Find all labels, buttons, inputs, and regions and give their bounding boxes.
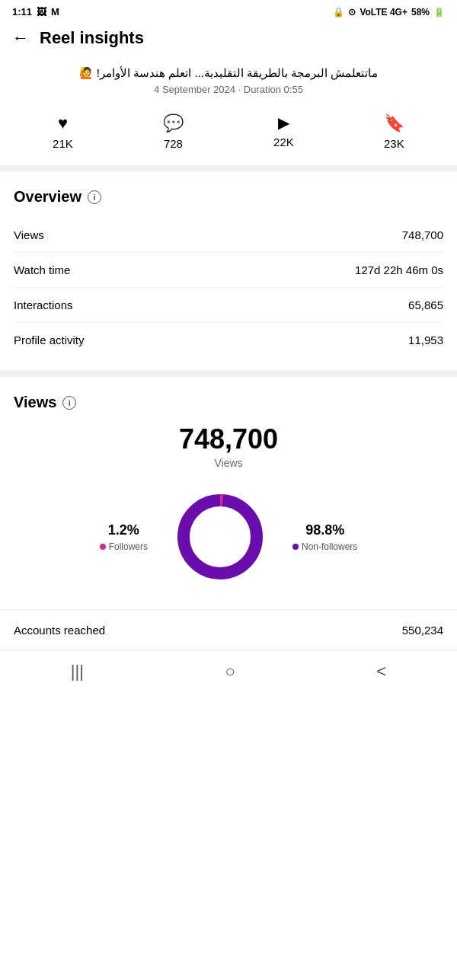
- views-section-title: Views i: [14, 394, 443, 411]
- overview-row-watchtime: Watch time 127d 22h 46m 0s: [14, 253, 443, 288]
- views-big-count: 748,700: [14, 423, 443, 455]
- status-left: 1:11 🖼 M: [12, 6, 59, 18]
- svg-point-2: [191, 508, 249, 566]
- signal-icon: VoLTE 4G+: [360, 7, 407, 18]
- battery-icon: 🔋: [433, 7, 445, 18]
- battery-pct: 58%: [411, 7, 430, 18]
- views-section: Views i 748,700 Views 1.2% Followers: [0, 377, 457, 609]
- shares-value: 22K: [273, 136, 294, 148]
- stat-saves: 🔖 23K: [384, 113, 404, 150]
- interactions-value: 65,865: [408, 298, 443, 311]
- accounts-reached-label: Accounts reached: [14, 624, 105, 637]
- header: ← Reel insights: [0, 21, 457, 57]
- views-label: Views: [14, 228, 44, 241]
- stat-likes: ♥ 21K: [53, 113, 73, 150]
- likes-value: 21K: [53, 137, 73, 150]
- saves-value: 23K: [384, 137, 404, 150]
- nonfollowers-legend: 98.8% Non-followers: [292, 522, 357, 552]
- donut-area: 1.2% Followers 98.8% Non-followers: [14, 487, 443, 586]
- stats-row: ♥ 21K 💬 728 ▶ 22K 🔖 23K: [0, 100, 457, 165]
- photo-icon: 🖼: [37, 6, 46, 18]
- reel-meta: 4 September 2024 · Duration 0:55: [12, 84, 445, 95]
- status-right: 🔒 ⊙ VoLTE 4G+ 58% 🔋: [333, 7, 445, 18]
- back-button[interactable]: ←: [12, 28, 29, 48]
- nav-back-icon[interactable]: <: [376, 662, 386, 682]
- wifi-icon: ⊙: [348, 7, 356, 18]
- nav-menu-icon[interactable]: |||: [71, 662, 84, 682]
- followers-label: Followers: [100, 541, 148, 552]
- donut-chart: [171, 487, 270, 586]
- nonfollowers-label: Non-followers: [292, 541, 357, 552]
- overview-row-interactions: Interactions 65,865: [14, 288, 443, 323]
- status-time: 1:11: [12, 6, 32, 18]
- views-big-label: Views: [14, 457, 443, 469]
- comments-value: 728: [164, 137, 183, 150]
- status-bar: 1:11 🖼 M 🔒 ⊙ VoLTE 4G+ 58% 🔋: [0, 0, 457, 21]
- stat-comments: 💬 728: [163, 113, 184, 150]
- divider-2: [0, 371, 457, 377]
- watchtime-value: 127d 22h 46m 0s: [355, 263, 443, 276]
- overview-info-icon[interactable]: i: [88, 190, 101, 204]
- nonfollowers-dot: [292, 544, 299, 550]
- reel-title-text: ماتتعلمش البرمجة بالطريقة التقليدية... ا…: [12, 65, 445, 81]
- lock-icon: 🔒: [333, 7, 344, 18]
- page-title: Reel insights: [40, 28, 144, 48]
- followers-dot: [100, 544, 106, 550]
- shares-icon: ▶: [278, 113, 289, 132]
- overview-row-profile: Profile activity 11,953: [14, 323, 443, 357]
- profile-label: Profile activity: [14, 334, 85, 346]
- nav-home-icon[interactable]: ○: [225, 662, 235, 682]
- views-info-icon[interactable]: i: [62, 396, 76, 410]
- likes-icon: ♥: [58, 113, 68, 133]
- bottom-nav: ||| ○ <: [0, 650, 457, 689]
- overview-row-views: Views 748,700: [14, 218, 443, 253]
- interactions-label: Interactions: [14, 298, 73, 311]
- overview-title: Overview i: [14, 188, 443, 206]
- saves-icon: 🔖: [384, 113, 404, 133]
- followers-legend: 1.2% Followers: [100, 522, 148, 552]
- nonfollowers-pct: 98.8%: [305, 522, 344, 538]
- followers-pct: 1.2%: [108, 522, 139, 538]
- mail-icon: M: [51, 6, 59, 18]
- reel-title-block: ماتتعلمش البرمجة بالطريقة التقليدية... ا…: [0, 57, 457, 100]
- divider-1: [0, 165, 457, 171]
- watchtime-label: Watch time: [14, 263, 70, 276]
- comments-icon: 💬: [163, 113, 184, 133]
- overview-section: Overview i Views 748,700 Watch time 127d…: [0, 171, 457, 371]
- accounts-reached-value: 550,234: [402, 624, 443, 637]
- profile-value: 11,953: [408, 334, 443, 346]
- accounts-reached-row: Accounts reached 550,234: [0, 609, 457, 650]
- views-value: 748,700: [402, 228, 443, 241]
- stat-shares: ▶ 22K: [273, 113, 294, 150]
